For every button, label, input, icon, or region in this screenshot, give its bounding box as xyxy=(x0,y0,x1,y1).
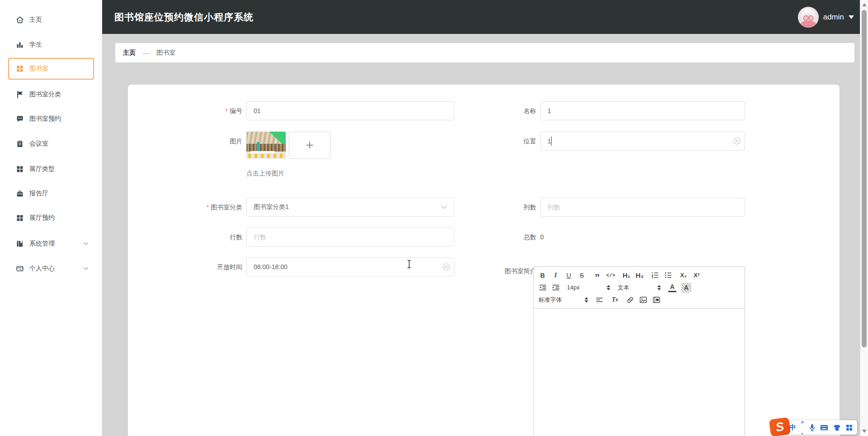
scroll-up-arrow-icon[interactable] xyxy=(862,3,867,6)
sidebar-item-lecture-hall[interactable]: 报告厅 xyxy=(8,183,94,204)
font-size-picker[interactable]: 14px xyxy=(567,284,610,291)
font-family-picker[interactable]: 标准字体 xyxy=(538,296,588,304)
uploaded-image-thumbnail[interactable]: ✓ xyxy=(246,132,286,159)
sidebar-item-label: 个人中心 xyxy=(29,265,55,273)
sidebar-item-library-reservation[interactable]: 图书室预约 xyxy=(8,108,94,130)
outdent-button[interactable] xyxy=(538,283,547,293)
grid-icon xyxy=(16,214,24,222)
background-color-button[interactable]: A xyxy=(681,283,691,293)
bold-button[interactable]: B xyxy=(538,270,547,280)
bullet-list-button[interactable] xyxy=(664,270,672,280)
keyboard-icon[interactable] xyxy=(820,425,828,431)
columns-input[interactable] xyxy=(540,198,745,217)
sidebar-item-library-category[interactable]: 图书室分类 xyxy=(8,84,94,105)
form-card: *编号 名称 图片 ✓ + 点击上传图片 位置 *图书室分类 图书 xyxy=(128,85,840,436)
flag-icon xyxy=(16,90,24,99)
sidebar-item-hall-reservation[interactable]: 展厅预约 xyxy=(8,207,94,229)
open-time-input[interactable] xyxy=(246,257,454,276)
grid-icon xyxy=(16,65,24,73)
clear-icon[interactable] xyxy=(733,137,741,145)
breadcrumb: 主页 — 图书室 xyxy=(115,43,854,62)
name-input[interactable] xyxy=(540,101,745,120)
required-mark: * xyxy=(207,204,209,211)
plus-icon: + xyxy=(306,138,314,152)
category-select[interactable]: 图书室分类1 xyxy=(246,198,454,217)
briefcase-icon xyxy=(16,190,24,198)
home-icon xyxy=(16,16,24,24)
editor-content-area[interactable] xyxy=(534,308,745,436)
sidebar-item-label: 系统管理 xyxy=(29,240,55,248)
open-time-label: 开放时间 xyxy=(165,257,242,276)
toolbox-grid-icon[interactable] xyxy=(846,424,853,431)
strikethrough-button[interactable]: S xyxy=(578,270,586,280)
code-input[interactable] xyxy=(246,101,454,120)
app-header: 图书馆座位预约微信小程序系统 admin xyxy=(102,0,860,34)
total-label: 总数 xyxy=(482,227,536,246)
ime-chinese-mode[interactable]: 中 xyxy=(789,423,796,432)
sidebar-item-label: 展厅类型 xyxy=(29,165,55,173)
insert-video-button[interactable] xyxy=(652,295,660,305)
editor-toolbar: B I U S ” </> H₁ H₂ xyxy=(534,267,745,308)
stepper-icon xyxy=(585,297,588,303)
location-field xyxy=(540,132,745,151)
sidebar-item-meeting-room[interactable]: 会议室 xyxy=(8,133,94,155)
username: admin xyxy=(823,13,844,22)
breadcrumb-home[interactable]: 主页 xyxy=(123,49,136,57)
location-input[interactable] xyxy=(540,132,745,151)
ime-punctuation[interactable]: °‚ xyxy=(801,420,804,435)
sidebar: 主页 学生 图书室 图书室分类 图书室预约 会议室 展厅类型 报 xyxy=(0,0,102,436)
sogou-ime-logo[interactable]: S xyxy=(769,417,791,436)
sidebar-item-label: 报告厅 xyxy=(29,190,48,198)
image-label: 图片 xyxy=(165,132,242,151)
code-label: *编号 xyxy=(165,101,242,120)
sidebar-item-library-room[interactable]: 图书室 xyxy=(8,58,94,80)
sidebar-item-home[interactable]: 主页 xyxy=(8,9,94,31)
intro-rich-text-editor: B I U S ” </> H₁ H₂ xyxy=(533,266,745,436)
user-menu[interactable]: admin xyxy=(798,0,857,34)
clear-icon[interactable] xyxy=(443,263,450,270)
thumbnail-art xyxy=(250,151,275,153)
sidebar-item-system-management[interactable]: 系统管理 xyxy=(8,233,94,255)
dropdown-arrow-icon xyxy=(849,15,854,19)
microphone-icon[interactable] xyxy=(809,424,815,431)
thumbnail-art xyxy=(248,154,283,158)
ordered-list-button[interactable] xyxy=(651,270,659,280)
card-icon xyxy=(16,265,24,273)
heading-2-button[interactable]: H₂ xyxy=(636,270,644,280)
required-mark: * xyxy=(226,107,228,114)
sidebar-item-hall-type[interactable]: 展厅类型 xyxy=(8,158,94,180)
superscript-button[interactable]: X² xyxy=(693,270,701,280)
text-color-button[interactable]: A xyxy=(668,283,676,292)
check-icon: ✓ xyxy=(275,139,278,144)
link-button[interactable] xyxy=(626,295,634,305)
font-family-value: 标准字体 xyxy=(538,296,562,304)
upload-image-button[interactable]: + xyxy=(289,132,330,159)
sidebar-item-students[interactable]: 学生 xyxy=(8,34,94,56)
ime-toolbar: 中 °‚ xyxy=(785,420,857,435)
name-label: 名称 xyxy=(482,101,536,120)
subscript-button[interactable]: X₂ xyxy=(679,270,688,280)
clear-format-button[interactable]: Tx xyxy=(611,295,619,305)
sidebar-item-label: 学生 xyxy=(29,41,42,49)
rows-label: 行数 xyxy=(165,227,242,246)
sidebar-item-label: 图书室分类 xyxy=(29,90,61,99)
heading-1-button[interactable]: H₁ xyxy=(623,270,631,280)
text-style-picker[interactable]: 文本 xyxy=(618,284,661,292)
avatar[interactable] xyxy=(798,7,819,28)
grid-icon xyxy=(16,165,24,173)
insert-image-button[interactable] xyxy=(639,295,647,305)
blockquote-button[interactable]: ” xyxy=(593,268,601,283)
upload-hint: 点击上传图片 xyxy=(246,170,284,178)
italic-button[interactable]: I xyxy=(552,270,560,280)
vertical-scrollbar[interactable] xyxy=(860,0,868,436)
align-button[interactable] xyxy=(595,295,604,305)
skin-shirt-icon[interactable] xyxy=(833,424,841,431)
scrollbar-thumb[interactable] xyxy=(862,10,867,347)
chevron-down-icon xyxy=(441,205,447,209)
sidebar-item-personal-center[interactable]: 个人中心 xyxy=(8,258,94,280)
underline-button[interactable]: U xyxy=(565,270,573,280)
code-block-button[interactable]: </> xyxy=(606,270,615,280)
rows-input[interactable] xyxy=(246,227,454,246)
indent-button[interactable] xyxy=(552,283,560,293)
scroll-down-arrow-icon[interactable] xyxy=(862,430,867,433)
